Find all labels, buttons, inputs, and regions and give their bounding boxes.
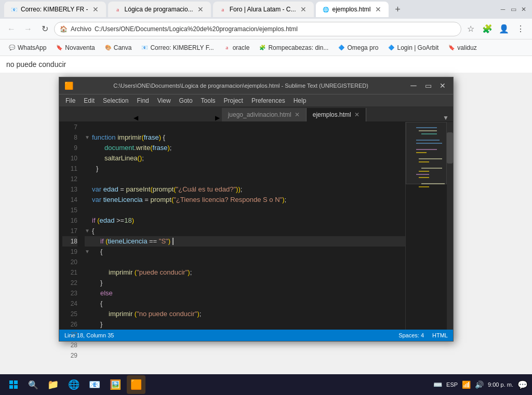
tab-correo-favicon: 📧 xyxy=(10,6,18,13)
code-content[interactable]: ▼ function imprimir(frase) { document.wr… xyxy=(83,122,405,330)
sublime-close-btn[interactable]: ✕ xyxy=(437,80,448,91)
taskbar-search-button[interactable]: 🔍 xyxy=(25,376,42,393)
tab-nav-right[interactable]: ▶ xyxy=(213,114,222,121)
tab-foro-favicon: a xyxy=(219,6,227,13)
code-line-10: saltarLinea(); xyxy=(85,153,405,164)
menu-goto[interactable]: Goto xyxy=(175,96,197,106)
tab-foro[interactable]: a Foro | Alura Latam - C... ✕ xyxy=(213,2,314,17)
profile-button[interactable]: 👤 xyxy=(497,22,511,36)
network-icon: 📶 xyxy=(462,380,471,389)
menu-help[interactable]: Help xyxy=(289,96,311,106)
code-line-13: var edad = parseInt(prompt("¿Cuál es tu … xyxy=(85,184,405,195)
browser-icon: 🌐 xyxy=(68,379,79,390)
start-button[interactable] xyxy=(4,375,23,394)
tab-ejemplos[interactable]: 🌐 ejemplos.html ✕ xyxy=(316,2,389,17)
taskbar-files-button[interactable]: 📁 xyxy=(44,375,62,394)
photos-icon: 🖼️ xyxy=(110,379,121,390)
sublime-tab-juego-close[interactable]: ✕ xyxy=(295,111,300,118)
tab-nav-left[interactable]: ◀ xyxy=(131,114,140,121)
sublime-tab-ejemplos-close[interactable]: ✕ xyxy=(354,111,360,118)
bookmark-goarbit-label: Login | GoArbit xyxy=(397,44,438,51)
code-editor-area: 7 8 9 10 11 12 13 14 15 16 17 18 19 20 2… xyxy=(59,122,453,330)
bookmarks-bar: 💬 WhatsApp 🔖 Novaventa 🎨 Canva 📧 Correo:… xyxy=(0,39,532,56)
novaventa-icon: 🔖 xyxy=(56,44,63,51)
code-line-9: document.write(frase); xyxy=(85,143,405,153)
sublime-taskbar-icon: 🟧 xyxy=(130,379,142,390)
menu-edit[interactable]: Edit xyxy=(79,96,99,106)
clock-time: 9:00 p. m. xyxy=(488,381,513,388)
code-line-22: } xyxy=(85,278,405,288)
bookmark-oracle[interactable]: a oracle xyxy=(219,43,254,53)
bookmark-goarbit[interactable]: 🔷 Login | GoArbit xyxy=(383,43,443,53)
browser-restore-btn[interactable]: ▭ xyxy=(509,5,517,13)
canva-icon: 🎨 xyxy=(104,44,112,51)
status-syntax: HTML xyxy=(432,332,448,338)
bookmark-star-button[interactable]: ☆ xyxy=(463,22,478,36)
code-line-18: if (tieneLicencia == "S") xyxy=(85,236,405,247)
extensions-button[interactable]: 🧩 xyxy=(480,22,495,36)
tab-logica[interactable]: a Lógica de programacio... ✕ xyxy=(108,2,211,17)
menu-find[interactable]: Find xyxy=(132,96,153,106)
new-tab-button[interactable]: + xyxy=(391,2,405,17)
taskbar-system-tray: ⌨️ ESP 📶 🔊 9:00 p. m. 💬 xyxy=(433,380,528,390)
menu-preferences[interactable]: Preferences xyxy=(247,96,289,106)
tab-foro-close[interactable]: ✕ xyxy=(299,5,308,13)
menu-tools[interactable]: Tools xyxy=(197,96,220,106)
tab-logica-close[interactable]: ✕ xyxy=(196,5,205,13)
tab-dropdown-btn[interactable]: ▼ xyxy=(438,114,453,121)
status-right: Spaces: 4 HTML xyxy=(398,332,448,338)
oracle-icon: a xyxy=(223,44,231,51)
menu-project[interactable]: Project xyxy=(220,96,247,106)
sublime-tab-ejemplos-label: ejemplos.html xyxy=(313,111,351,118)
bookmark-novaventa[interactable]: 🔖 Novaventa xyxy=(51,43,99,53)
volume-icon: 🔊 xyxy=(475,380,484,389)
bookmark-rompecabezas-label: Rompecabezas: din... xyxy=(268,44,328,51)
sublime-tab-ejemplos[interactable]: ejemplos.html ✕ xyxy=(307,108,366,121)
bookmark-omega[interactable]: 🔷 Omega pro xyxy=(334,43,382,53)
code-line-21: imprimir ("puede conducir"); xyxy=(85,267,405,278)
taskbar-browser-button[interactable]: 🌐 xyxy=(64,375,83,394)
code-line-12 xyxy=(85,174,405,184)
code-line-16: if (edad >=18) xyxy=(85,215,405,226)
reload-button[interactable]: ↻ xyxy=(37,22,52,36)
forward-button[interactable]: → xyxy=(21,22,35,36)
minimap-viewport xyxy=(406,122,447,184)
bookmark-rompecabezas[interactable]: 🧩 Rompecabezas: din... xyxy=(255,43,332,53)
browser-minimize-btn[interactable]: ─ xyxy=(499,5,507,13)
bookmark-validuz[interactable]: 🔖 validuz xyxy=(444,43,481,53)
menu-selection[interactable]: Selection xyxy=(99,96,132,106)
system-clock: 9:00 p. m. xyxy=(488,381,513,388)
browser-tabbar: 📧 Correo: KIMBERLY FR - ✕ a Lógica de pr… xyxy=(0,0,532,19)
omega-icon: 🔷 xyxy=(338,44,345,51)
browser-navbar: ← → ↻ 🏠 Archivo C:/Users/ONE/Documents/L… xyxy=(0,19,532,39)
whatsapp-icon: 💬 xyxy=(8,44,16,51)
sublime-scrollbar[interactable] xyxy=(447,122,453,330)
tab-foro-title: Foro | Alura Latam - C... xyxy=(230,6,296,13)
code-line-24: { xyxy=(85,298,405,309)
bookmark-canva[interactable]: 🎨 Canva xyxy=(100,43,136,53)
sublime-restore-btn[interactable]: ▭ xyxy=(423,80,433,91)
taskbar-sublime-button[interactable]: 🟧 xyxy=(127,375,145,394)
address-text: C:/Users/ONE/Documents/Logica%20de%20pro… xyxy=(95,25,298,33)
menu-button[interactable]: ⋮ xyxy=(513,22,528,36)
tab-correo-close[interactable]: ✕ xyxy=(91,5,100,13)
tab-correo[interactable]: 📧 Correo: KIMBERLY FR - ✕ xyxy=(4,2,106,17)
bookmark-whatsapp[interactable]: 💬 WhatsApp xyxy=(4,43,50,53)
address-prefix: Archivo xyxy=(71,25,91,33)
taskbar-mail-button[interactable]: 📧 xyxy=(85,375,104,394)
taskbar-photos-button[interactable]: 🖼️ xyxy=(106,375,125,394)
browser-close-btn[interactable]: ✕ xyxy=(520,5,528,13)
tab-ejemplos-close[interactable]: ✕ xyxy=(374,5,382,13)
code-line-11: } xyxy=(85,164,405,174)
back-button[interactable]: ← xyxy=(4,22,19,36)
minimap xyxy=(405,122,447,330)
sublime-minimize-btn[interactable]: ─ xyxy=(408,80,419,91)
sublime-menubar: File Edit Selection Find View Goto Tools… xyxy=(59,94,453,106)
bookmark-correo[interactable]: 📧 Correo: KIMBERLY F... xyxy=(137,43,218,53)
menu-view[interactable]: View xyxy=(153,96,175,106)
menu-file[interactable]: File xyxy=(61,96,79,106)
notifications-icon[interactable]: 💬 xyxy=(517,380,528,390)
address-bar[interactable]: 🏠 Archivo C:/Users/ONE/Documents/Logica%… xyxy=(54,22,461,36)
sublime-tab-juego[interactable]: juego_adivinacion.html ✕ xyxy=(222,108,307,121)
search-icon: 🔍 xyxy=(28,380,38,390)
